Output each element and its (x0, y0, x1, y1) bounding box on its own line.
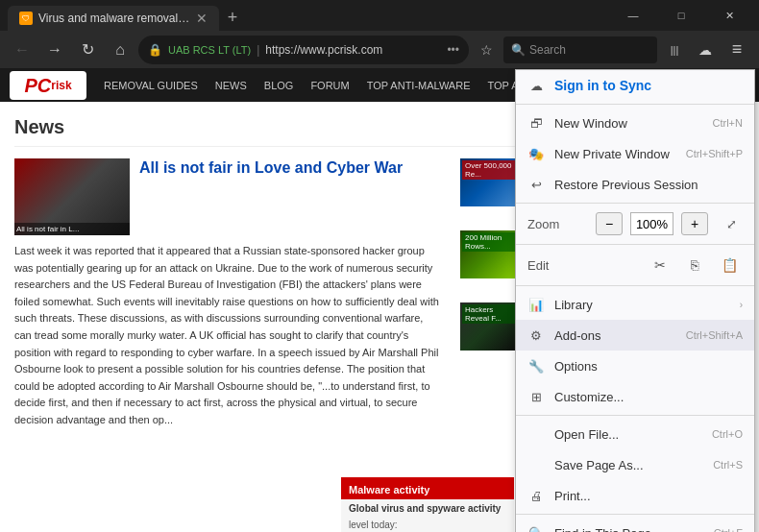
new-window-icon: 🗗 (527, 114, 545, 132)
menu-customize-label: Customize... (554, 390, 743, 404)
menu-save-page-item[interactable]: Save Page As... Ctrl+S (516, 449, 754, 480)
search-input[interactable]: Search (529, 43, 566, 57)
hacker-article-image: Hackers Reveal F... (460, 302, 518, 351)
find-icon: 🔍 (527, 524, 545, 532)
tab-close-button[interactable]: ✕ (196, 11, 208, 26)
address-dots[interactable]: ••• (447, 43, 459, 57)
menu-divider-3 (516, 244, 754, 245)
site-logo: PCrisk (10, 71, 86, 100)
main-article-image: All is not fair in L... (14, 158, 130, 235)
main-article-content: All is not fair in Love and Cyber War (139, 158, 403, 235)
nav-blog[interactable]: BLOG (257, 80, 302, 91)
url-display: https://www.pcrisk.com (265, 43, 382, 57)
zoom-plus-button[interactable]: + (681, 212, 708, 235)
address-bar[interactable]: 🔒 UAB RCS LT (LT) | https://www.pcrisk.c… (138, 36, 469, 64)
menu-save-page-shortcut: Ctrl+S (713, 459, 743, 471)
restore-icon: ↩ (527, 176, 545, 193)
customize-icon: ⊞ (527, 388, 545, 405)
menu-open-file-item[interactable]: Open File... Ctrl+O (516, 419, 754, 449)
widget-level-label: level today: (341, 518, 514, 532)
menu-divider-6 (516, 514, 754, 515)
main-article-body: Last week it was reported that it appear… (14, 243, 441, 429)
bookmark-star-icon[interactable]: ☆ (473, 36, 500, 63)
menu-find-item[interactable]: 🔍 Find in This Page... Ctrl+F (516, 518, 754, 532)
menu-options-item[interactable]: 🔧 Options (516, 351, 754, 381)
hamburger-dropdown-menu: ☁ Sign in to Sync 🗗 New Window Ctrl+N 🎭 … (515, 69, 755, 532)
menu-divider-2 (516, 203, 754, 204)
search-glass-icon: 🔍 (511, 43, 526, 57)
menu-divider-4 (516, 285, 754, 286)
copy-button[interactable]: ⎘ (681, 254, 708, 277)
menu-open-file-shortcut: Ctrl+O (712, 428, 743, 440)
data-article-image: 200 Million Rows... (460, 230, 518, 278)
reader-mode-icon[interactable]: ||| (661, 36, 688, 63)
main-article-title[interactable]: All is not fair in Love and Cyber War (139, 158, 403, 179)
refresh-button[interactable]: ↻ (73, 36, 102, 64)
print-icon: 🖨 (527, 487, 545, 504)
menu-addons-label: Add-ons (554, 328, 676, 343)
menu-divider-1 (516, 104, 754, 105)
maximize-button[interactable]: □ (659, 0, 703, 31)
widget-global-title: Global virus and spyware activity (341, 499, 514, 518)
zoom-value-display: 100% (630, 212, 673, 235)
edit-label: Edit (527, 258, 639, 273)
menu-zoom-row: Zoom − 100% + ⤢ (516, 206, 754, 241)
nav-removal-guides[interactable]: REMOVAL GUIDES (96, 80, 206, 91)
addons-icon: ⚙ (527, 326, 545, 344)
menu-signin-label: Sign in to Sync (554, 78, 743, 93)
menu-signin-item[interactable]: ☁ Sign in to Sync (516, 70, 754, 101)
menu-divider-5 (516, 415, 754, 416)
sync-icon[interactable]: ☁ (692, 36, 719, 63)
menu-private-shortcut: Ctrl+Shift+P (686, 148, 743, 159)
library-arrow-icon: › (740, 300, 743, 310)
window-controls: — □ ✕ (611, 0, 751, 31)
toolbar: ← → ↻ ⌂ 🔒 UAB RCS LT (LT) | https://www.… (0, 31, 759, 69)
forward-button[interactable]: → (40, 36, 69, 64)
new-tab-button[interactable]: + (219, 4, 246, 31)
paste-button[interactable]: 📋 (716, 254, 743, 277)
nav-forum[interactable]: FORUM (303, 80, 356, 91)
tab-area: 🛡 Virus and malware removal ins... ✕ + (8, 0, 611, 31)
cut-button[interactable]: ✂ (647, 254, 673, 277)
active-tab[interactable]: 🛡 Virus and malware removal ins... ✕ (8, 6, 219, 31)
page-content: PCrisk REMOVAL GUIDES NEWS BLOG FORUM TO… (0, 69, 759, 532)
back-button[interactable]: ← (8, 36, 37, 64)
menu-new-window-item[interactable]: 🗗 New Window Ctrl+N (516, 108, 754, 138)
lock-icon: 🔒 (148, 43, 162, 57)
open-file-icon (527, 425, 545, 443)
menu-addons-item[interactable]: ⚙ Add-ons Ctrl+Shift+A (516, 320, 754, 351)
browser-window: 🛡 Virus and malware removal ins... ✕ + —… (0, 0, 759, 532)
minimize-button[interactable]: — (611, 0, 655, 31)
menu-options-label: Options (554, 359, 743, 374)
org-label: UAB RCS LT (LT) (168, 44, 251, 56)
menu-find-label: Find in This Page... (554, 526, 704, 533)
menu-new-window-label: New Window (554, 116, 703, 131)
hamburger-menu-button[interactable]: ≡ (722, 36, 751, 64)
home-button[interactable]: ⌂ (106, 36, 135, 64)
menu-print-item[interactable]: 🖨 Print... (516, 480, 754, 511)
menu-library-label: Library (554, 298, 730, 312)
menu-restore-label: Restore Previous Session (554, 178, 743, 192)
menu-find-shortcut: Ctrl+F (714, 527, 743, 532)
menu-restore-item[interactable]: ↩ Restore Previous Session (516, 169, 754, 200)
router-article-image: Over 500,000 Re... (460, 158, 518, 206)
zoom-minus-button[interactable]: − (596, 212, 623, 235)
menu-private-window-item[interactable]: 🎭 New Private Window Ctrl+Shift+P (516, 138, 754, 169)
private-window-icon: 🎭 (527, 145, 545, 162)
menu-new-window-shortcut: Ctrl+N (713, 117, 743, 129)
close-button[interactable]: ✕ (707, 0, 751, 31)
menu-edit-row: Edit ✂ ⎘ 📋 (516, 248, 754, 282)
menu-open-file-label: Open File... (554, 427, 702, 442)
fullscreen-button[interactable]: ⤢ (720, 212, 743, 235)
search-bar[interactable]: 🔍 Search (503, 36, 657, 63)
zoom-label: Zoom (527, 217, 588, 231)
save-page-icon (527, 456, 545, 473)
tab-title: Virus and malware removal ins... (38, 12, 190, 25)
menu-customize-item[interactable]: ⊞ Customize... (516, 381, 754, 412)
title-bar: 🛡 Virus and malware removal ins... ✕ + —… (0, 0, 759, 31)
nav-news[interactable]: NEWS (208, 80, 255, 91)
menu-library-item[interactable]: 📊 Library › (516, 289, 754, 320)
nav-anti-malware[interactable]: TOP ANTI-MALWARE (359, 80, 478, 91)
menu-addons-shortcut: Ctrl+Shift+A (686, 329, 743, 341)
malware-widget: Malware activity Global virus and spywar… (341, 477, 514, 532)
